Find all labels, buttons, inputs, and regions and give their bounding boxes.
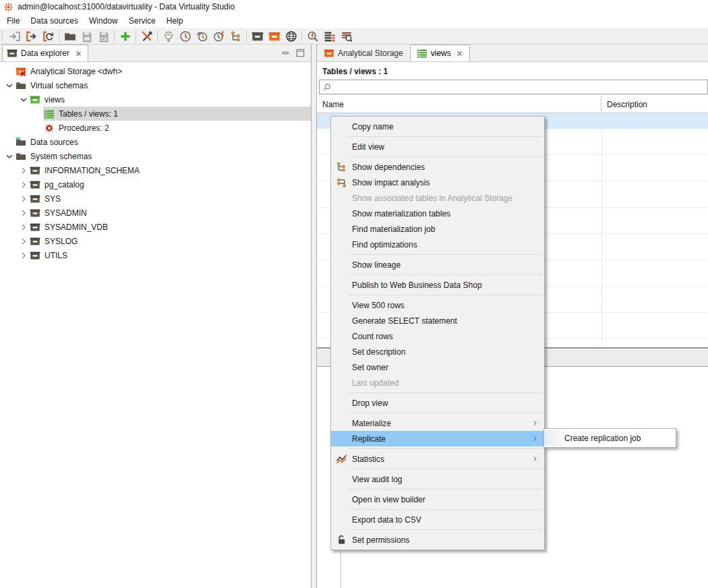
tree-item-tables-views-1[interactable]: Tables / views: 1: [0, 107, 311, 121]
panel-sash[interactable]: [312, 45, 316, 588]
menu-item-export-data-to-csv[interactable]: Export data to CSV: [331, 512, 544, 527]
tree-item-sysadmin[interactable]: SYSADMIN: [0, 206, 311, 220]
toolbar-button-archive-dark[interactable]: [249, 29, 266, 44]
tree-item-sysadmin-vdb[interactable]: SYSADMIN_VDB: [0, 220, 311, 234]
menu-item-label: Find optimizations: [352, 240, 417, 249]
toolbar-button-archive-orange[interactable]: [266, 29, 283, 44]
tree-item-analytical-storage-dwh[interactable]: Analytical Storage <dwh>: [0, 64, 311, 78]
toolbar-button-folder-open[interactable]: [61, 29, 78, 44]
tab-views[interactable]: views: [410, 45, 470, 61]
menubar-item-window[interactable]: Window: [84, 14, 123, 28]
menu-item-gutter: [331, 177, 352, 188]
menu-item-show-impact-analysis[interactable]: Show impact analysis: [331, 175, 544, 190]
toolbar-button-search-table[interactable]: [338, 29, 355, 44]
menu-item-materialize[interactable]: Materialize: [331, 415, 544, 431]
menu-item-label: Generate SELECT statement: [352, 316, 457, 326]
filter-input[interactable]: [332, 81, 707, 93]
tree-item-procedures-2[interactable]: Procedures: 2: [0, 121, 311, 135]
toolbar-button-connect[interactable]: [6, 29, 23, 44]
menu-item-find-optimizations[interactable]: Find optimizations: [331, 237, 544, 252]
toolbar-button-schedule[interactable]: [210, 29, 227, 44]
tree-item-label: INFORMATION_SCHEMA: [45, 166, 140, 175]
tree-item-virtual-schemas[interactable]: Virtual schemas: [0, 78, 311, 92]
toolbar-button-reconnect[interactable]: [40, 29, 57, 44]
menu-item-drop-view[interactable]: Drop view: [331, 395, 544, 411]
toolbar-button-clock[interactable]: [177, 29, 194, 44]
tree-item-system-schemas[interactable]: System schemas: [0, 149, 311, 163]
toolbar-button-globe[interactable]: [283, 29, 299, 44]
menu-item-show-dependencies[interactable]: Show dependencies: [331, 159, 544, 175]
menu-item-edit-view[interactable]: Edit view: [331, 139, 544, 154]
toolbar-button-save[interactable]: [78, 29, 95, 44]
tree-item-label: Tables / views: 1: [59, 109, 118, 119]
toolbar-button-save-all[interactable]: [95, 29, 112, 44]
tab-analytical-storage[interactable]: Analytical Storage: [317, 45, 410, 61]
gear-red-icon: [44, 123, 55, 134]
toolbar-button-table-list[interactable]: [321, 29, 338, 44]
chevron-right-icon: [18, 208, 29, 218]
column-header-description[interactable]: Description: [601, 96, 708, 113]
menu-item-label: Set permissions: [352, 535, 409, 545]
tab-data-explorer[interactable]: Data explorer: [2, 45, 88, 61]
toolbar-button-add[interactable]: [117, 29, 134, 44]
menu-separator: [348, 469, 542, 469]
menu-item-show-lineage[interactable]: Show lineage: [331, 257, 544, 272]
toolbar-button-history[interactable]: [194, 29, 210, 44]
menu-item-statistics[interactable]: Statistics: [331, 451, 544, 467]
menu-item-label: Materialize: [352, 419, 391, 428]
table-green-icon: [417, 48, 427, 59]
schedule-icon: [213, 30, 225, 42]
toolbar-button-disconnect[interactable]: [23, 29, 40, 44]
menu-separator: [348, 136, 542, 137]
folder-open-icon: [64, 30, 76, 42]
close-icon[interactable]: [75, 50, 82, 57]
menu-item-label: Replicate: [352, 434, 386, 444]
menu-item-publish-to-web-business-data-shop[interactable]: Publish to Web Business Data Shop: [331, 277, 544, 293]
menubar-item-data-sources[interactable]: Data sources: [25, 14, 84, 28]
tree-item-utils[interactable]: UTILS: [0, 248, 311, 262]
toolbar-grip-handle[interactable]: [1, 31, 5, 42]
toolbar-button-lightbulb[interactable]: [160, 29, 177, 44]
menubar-item-file[interactable]: File: [1, 14, 25, 28]
menu-item-count-rows[interactable]: Count rows: [331, 328, 544, 344]
tree-item-views[interactable]: views: [0, 92, 311, 107]
toolbar-button-search-run[interactable]: [304, 29, 321, 44]
toolbar-button-tools[interactable]: [138, 29, 155, 44]
drawer-green-icon: [30, 94, 40, 105]
minimize-icon[interactable]: [281, 48, 291, 58]
menu-item-find-materialization-job[interactable]: Find materialization job: [331, 221, 544, 237]
maximize-icon[interactable]: [295, 48, 305, 58]
menu-item-replicate[interactable]: ReplicateCreate replication job: [331, 431, 544, 446]
archive-orange-icon: [268, 30, 281, 42]
menubar-item-service[interactable]: Service: [123, 14, 161, 28]
impact-analysis-icon: [336, 177, 347, 188]
menu-item-open-in-view-builder[interactable]: Open in view builder: [331, 492, 544, 507]
app-logo-icon: [3, 2, 13, 12]
menu-item-set-owner[interactable]: Set owner: [331, 359, 544, 375]
expander-spacer: [32, 109, 43, 119]
tree-item-pg-catalog[interactable]: pg_catalog: [0, 177, 311, 192]
tree-item-data-sources[interactable]: Data sources: [0, 135, 311, 149]
menubar-item-help[interactable]: Help: [161, 14, 189, 28]
dependencies-icon: [336, 161, 347, 173]
expander-spacer: [4, 137, 15, 148]
tools-icon: [141, 30, 153, 42]
submenu-item-create-replication-job[interactable]: Create replication job: [544, 430, 676, 446]
menu-item-gutter: [331, 161, 352, 173]
drawer-dark-icon: [30, 194, 40, 204]
menu-item-set-description[interactable]: Set description: [331, 344, 544, 359]
clock-icon: [179, 30, 191, 42]
tree-item-syslog[interactable]: SYSLOG: [0, 234, 311, 248]
menu-item-show-materialization-tables[interactable]: Show materialization tables: [331, 206, 544, 221]
menu-item-set-permissions[interactable]: Set permissions: [331, 532, 544, 548]
tree-item-information-schema[interactable]: INFORMATION_SCHEMA: [0, 163, 311, 177]
menu-item-generate-select-statement[interactable]: Generate SELECT statement: [331, 313, 544, 328]
menu-item-view-audit-log[interactable]: View audit log: [331, 471, 544, 487]
menu-item-copy-name[interactable]: Copy name: [331, 119, 544, 134]
lock-icon: [336, 534, 347, 546]
menu-item-view-500-rows[interactable]: View 500 rows: [331, 297, 544, 313]
toolbar-button-dependency-tree[interactable]: [227, 29, 244, 44]
column-header-name[interactable]: Name: [317, 96, 601, 113]
tree-item-sys[interactable]: SYS: [0, 192, 311, 206]
tree-item-body: UTILS: [29, 248, 311, 262]
